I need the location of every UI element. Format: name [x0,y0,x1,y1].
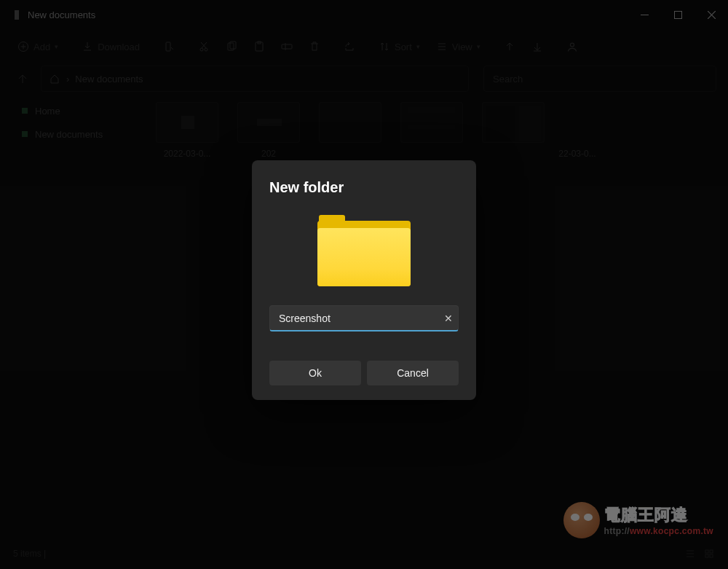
modal-title: New folder [269,179,459,196]
ok-button[interactable]: Ok [269,361,361,385]
folder-name-input[interactable] [269,305,459,331]
clear-input-button[interactable]: ✕ [444,313,453,324]
folder-icon [269,215,459,286]
cancel-button[interactable]: Cancel [367,361,459,385]
new-folder-modal: New folder ✕ Ok Cancel [252,160,476,400]
modal-overlay: New folder ✕ Ok Cancel [0,0,728,569]
